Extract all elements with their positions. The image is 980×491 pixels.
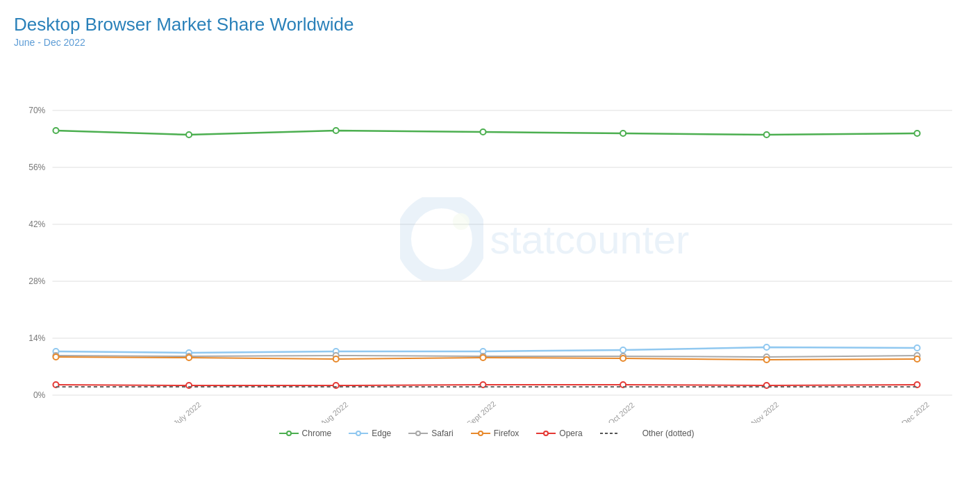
svg-point-27 (914, 131, 920, 136)
legend-item-opera: Opera (536, 428, 582, 438)
legend-line-opera (536, 429, 556, 438)
svg-point-23 (333, 128, 339, 133)
legend-line-other (600, 429, 620, 438)
chart-svg: 70% 56% 42% 28% 14% 0% July 2022 Aug 202… (14, 55, 959, 423)
legend-item-safari: Safari (408, 428, 453, 438)
svg-point-33 (764, 344, 770, 350)
legend-item-other: Other (dotted) (600, 428, 695, 438)
svg-text:70%: 70% (28, 106, 45, 115)
legend-line-edge (349, 429, 368, 438)
svg-text:Oct 2022: Oct 2022 (606, 401, 636, 423)
legend-line-safari (408, 429, 428, 438)
svg-text:July 2022: July 2022 (172, 400, 202, 423)
chart-area: statcounter 70% 56% 42% 28% 14% 0% July … (14, 55, 959, 423)
legend-label-opera: Opera (559, 428, 582, 438)
legend-label-edge: Edge (372, 428, 391, 438)
svg-point-46 (620, 356, 626, 361)
chrome-line (56, 131, 917, 135)
legend-label-safari: Safari (431, 428, 453, 438)
svg-text:42%: 42% (28, 219, 45, 229)
legend-label-other: Other (dotted) (642, 428, 695, 438)
chart-title: Desktop Browser Market Share Worldwide (14, 14, 959, 35)
svg-point-48 (914, 356, 920, 362)
svg-text:14%: 14% (28, 333, 45, 343)
legend-label-firefox: Firefox (494, 428, 520, 438)
svg-point-25 (620, 131, 626, 136)
chart-container: Desktop Browser Market Share Worldwide J… (0, 0, 980, 491)
svg-text:28%: 28% (28, 276, 45, 286)
svg-point-47 (764, 357, 770, 363)
svg-point-24 (480, 129, 485, 135)
opera-line (56, 385, 917, 385)
svg-text:Aug 2022: Aug 2022 (319, 400, 349, 423)
svg-point-21 (53, 128, 58, 133)
svg-point-44 (333, 356, 339, 362)
svg-text:Dec 2022: Dec 2022 (900, 400, 931, 423)
legend-item-edge: Edge (349, 428, 391, 438)
svg-text:Nov 2022: Nov 2022 (749, 400, 780, 423)
legend-line-chrome (279, 429, 299, 438)
legend: Chrome Edge Safari Firefox (14, 428, 959, 438)
legend-item-firefox: Firefox (471, 428, 520, 438)
svg-point-26 (764, 132, 770, 138)
svg-point-43 (186, 355, 192, 360)
svg-point-34 (914, 345, 920, 351)
svg-point-22 (186, 132, 192, 138)
svg-point-42 (53, 354, 58, 360)
legend-line-firefox (471, 429, 490, 438)
svg-text:Sept 2022: Sept 2022 (465, 399, 497, 423)
svg-text:56%: 56% (28, 163, 45, 172)
legend-label-chrome: Chrome (302, 428, 332, 438)
svg-text:0%: 0% (33, 390, 46, 400)
legend-item-chrome: Chrome (279, 428, 332, 438)
svg-point-45 (480, 355, 485, 360)
edge-line (56, 347, 917, 353)
chart-subtitle: June - Dec 2022 (14, 37, 959, 48)
svg-point-32 (620, 347, 626, 353)
